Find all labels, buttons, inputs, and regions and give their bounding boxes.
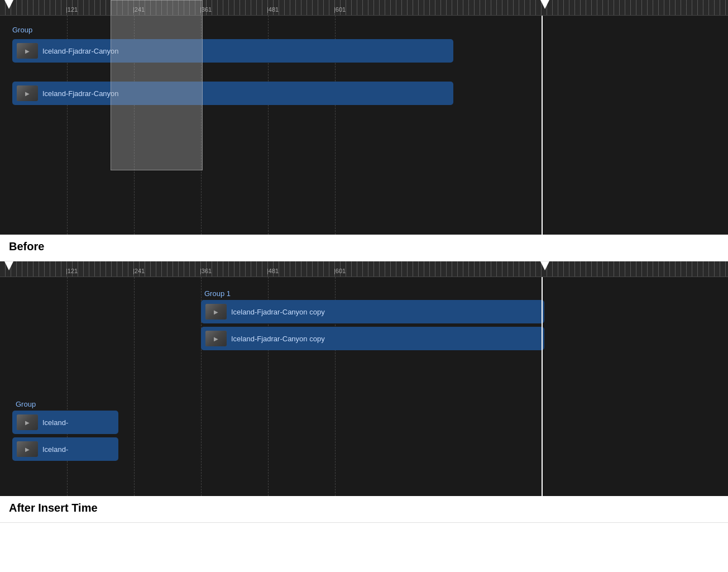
group1-clip1-name: Iceland-Fjadrar-Canyon copy	[231, 308, 325, 316]
clip-thumbnail-2-top	[17, 85, 38, 101]
ruler-mark-121-b: |121	[66, 268, 78, 274]
group-label-top: Group	[12, 26, 32, 34]
before-section-label: Before	[0, 235, 728, 261]
group2-clip1-bottom[interactable]: Iceland-	[12, 411, 118, 434]
playhead-top[interactable]	[4, 0, 13, 9]
group2-clip2-name: Iceland-	[42, 445, 68, 454]
group1-clip2-thumb	[205, 331, 227, 346]
group1-clip1-thumb	[205, 304, 227, 320]
group1-clip2-name: Iceland-Fjadrar-Canyon copy	[231, 335, 325, 343]
clip-row-2-top[interactable]: Iceland-Fjadrar-Canyon	[12, 82, 453, 105]
ruler-mark-481-b: |481	[267, 268, 279, 274]
group1-bottom: Group 1 Iceland-Fjadrar-Canyon copy Icel…	[201, 288, 544, 350]
clip-thumbnail-1-top	[17, 43, 38, 59]
ruler-mark-121: |121	[66, 6, 78, 13]
playhead-line-bottom	[542, 277, 543, 496]
group2-clip1-name: Iceland-	[42, 418, 68, 427]
ruler-top: |121 |241 |361 |481 |601	[0, 0, 728, 16]
ruler-mark-241-b: |241	[133, 268, 145, 274]
group2-clip2-thumb	[17, 441, 38, 457]
group1-header-bottom: Group 1	[201, 288, 544, 299]
group2-clip2-bottom[interactable]: Iceland-	[12, 437, 118, 461]
playhead-line-top	[542, 16, 543, 235]
clip-row-1-top[interactable]: Iceland-Fjadrar-Canyon	[12, 39, 453, 63]
ruler-mark-481: |481	[267, 6, 279, 13]
track-area-bottom: Group 1 Iceland-Fjadrar-Canyon copy Icel…	[0, 277, 728, 496]
group1-clip2-bottom[interactable]: Iceland-Fjadrar-Canyon copy	[201, 327, 544, 350]
playhead-bottom-left[interactable]	[4, 261, 13, 270]
clip-name-1-top: Iceland-Fjadrar-Canyon	[42, 47, 119, 55]
dashed-line-b2	[134, 277, 135, 496]
top-timeline: |121 |241 |361 |481 |601 Group Iceland-F…	[0, 0, 728, 235]
dashed-line-b1	[67, 277, 68, 496]
group2-clip1-thumb	[17, 414, 38, 430]
playhead-marker-top[interactable]	[540, 0, 549, 9]
ruler-mark-361-b: |361	[200, 268, 212, 274]
ruler-mark-601-b: |601	[334, 268, 346, 274]
playhead-marker-bottom[interactable]	[540, 261, 549, 270]
after-section-label: After Insert Time	[0, 496, 728, 523]
ruler-mark-601-top: |601	[334, 6, 346, 13]
group2-header-bottom: Group	[12, 399, 118, 409]
group2-bottom: Group Iceland- Iceland-	[12, 399, 118, 461]
ruler-bottom: |121 |241 |361 |481 |601	[0, 261, 728, 277]
selection-overlay-top	[111, 0, 203, 170]
group1-clip1-bottom[interactable]: Iceland-Fjadrar-Canyon copy	[201, 300, 544, 323]
track-area-top: Group Iceland-Fjadrar-Canyon Iceland-Fja…	[0, 16, 728, 235]
bottom-timeline: |121 |241 |361 |481 |601 Group 1 Iceland	[0, 261, 728, 496]
clip-name-2-top: Iceland-Fjadrar-Canyon	[42, 89, 119, 98]
